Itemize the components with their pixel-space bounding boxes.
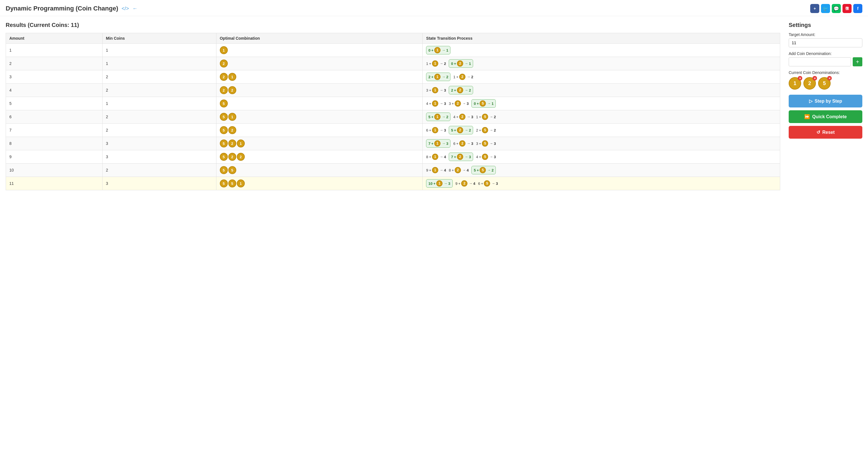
combination-coin: 5 — [220, 179, 228, 188]
combination-coin: 2 — [228, 126, 236, 134]
step-by-step-button[interactable]: ▷ Step by Step — [789, 95, 862, 108]
transition-coin: 2 — [461, 180, 467, 186]
transition-coin: 1 — [434, 114, 440, 120]
add-coin-input[interactable] — [789, 57, 851, 66]
transition-group: 1 + 5 → 2 — [476, 114, 496, 120]
main-layout: Results (Current Coins: 11) Amount Min C… — [0, 16, 868, 196]
content-area: Results (Current Coins: 11) Amount Min C… — [6, 22, 780, 190]
transition-plain: 2 + 5 → 2 — [476, 127, 496, 133]
table-row: 835217 + 1 → 36 + 2 → 33 + 5 → 3 — [6, 137, 780, 150]
transition-plain: 9 + 2 → 4 — [456, 180, 475, 186]
combination-coin: 2 — [228, 153, 236, 161]
cell-combination: 55 — [216, 164, 423, 177]
transition-group: 2 + 5 → 2 — [476, 127, 496, 133]
cell-state: 0 + 1 → 1 — [423, 44, 780, 57]
social-twitter-button[interactable]: 🐦 — [821, 4, 830, 13]
table-row: 42223 + 1 → 32 + 2 → 2 — [6, 84, 780, 97]
cell-state: 9 + 1 → 48 + 2 → 45 + 5 → 2 — [423, 164, 780, 177]
social-facebook-button[interactable]: f — [853, 4, 862, 13]
transition-coin: 5 — [482, 154, 488, 160]
transition-group: 3 + 1 → 3 — [426, 87, 446, 93]
transition-plain: 9 + 1 → 4 — [426, 167, 446, 173]
target-amount-input[interactable] — [789, 38, 862, 47]
code-icon[interactable]: </> — [122, 6, 129, 11]
page-title: Dynamic Programming (Coin Change) — [6, 5, 118, 12]
transition-group: 0 + 2 → 1 — [449, 59, 473, 68]
cell-state: 4 + 1 → 33 + 2 → 30 + 5 → 1 — [423, 97, 780, 110]
cell-state: 3 + 1 → 32 + 2 → 2 — [423, 84, 780, 97]
transition-highlighted: 2 + 1 → 2 — [426, 73, 451, 81]
cell-min-coins: 1 — [102, 57, 216, 70]
combination-coin: 1 — [237, 140, 245, 147]
combination-coin: 2 — [228, 86, 236, 94]
transition-plain: 8 + 1 → 4 — [426, 154, 446, 160]
back-icon[interactable]: ← — [132, 6, 137, 11]
cell-min-coins: 2 — [102, 84, 216, 97]
social-wechat-button[interactable]: 💬 — [832, 4, 841, 13]
social-plus-button[interactable]: + — [810, 4, 819, 13]
cell-amount: 5 — [6, 97, 102, 110]
transition-coin: 2 — [459, 140, 465, 147]
add-coin-button[interactable]: + — [853, 57, 862, 66]
table-row: 11355110 + 1 → 39 + 2 → 46 + 5 → 3 — [6, 177, 780, 190]
reset-button[interactable]: ↺ Reset — [789, 126, 862, 139]
col-optimal: Optimal Combination — [216, 33, 423, 44]
table-row: 62515 + 1 → 24 + 2 → 31 + 5 → 2 — [6, 110, 780, 124]
coin-remove-5[interactable]: ✕ — [827, 76, 832, 81]
table-row: 2121 + 1 → 20 + 2 → 1 — [6, 57, 780, 70]
transition-coin: 1 — [434, 74, 440, 80]
cell-combination: 522 — [216, 150, 423, 164]
combination-coin: 5 — [228, 166, 236, 174]
transition-highlighted: 2 + 2 → 2 — [449, 86, 473, 94]
transition-group: 5 + 5 → 2 — [471, 166, 496, 174]
combination-coin: 2 — [220, 73, 228, 81]
cell-amount: 3 — [6, 70, 102, 84]
cell-state: 8 + 1 → 47 + 2 → 34 + 5 → 3 — [423, 150, 780, 164]
transition-group: 4 + 5 → 3 — [476, 154, 496, 160]
cell-amount: 9 — [6, 150, 102, 164]
quick-complete-button[interactable]: ⏩ Quick Complete — [789, 110, 862, 123]
results-table: Amount Min Coins Optimal Combination Sta… — [6, 33, 780, 190]
transition-group: 1 + 2 → 2 — [453, 74, 473, 80]
cell-min-coins: 2 — [102, 110, 216, 124]
transition-coin: 2 — [457, 87, 463, 93]
transition-group: 8 + 2 → 4 — [449, 167, 469, 173]
transition-coin: 1 — [432, 167, 438, 173]
transition-coin: 1 — [432, 154, 438, 160]
transition-coin: 2 — [457, 60, 463, 67]
combination-coin: 2 — [228, 140, 236, 147]
transition-highlighted: 0 + 2 → 1 — [449, 59, 473, 68]
social-buttons: + 🐦 💬 微 f — [810, 4, 862, 13]
transition-coin: 1 — [432, 60, 438, 67]
coin-remove-2[interactable]: ✕ — [812, 76, 817, 81]
cell-min-coins: 2 — [102, 124, 216, 137]
transition-group: 5 + 1 → 2 — [426, 113, 451, 121]
transition-coin: 1 — [434, 140, 440, 147]
transition-group: 3 + 2 → 3 — [449, 100, 469, 107]
add-coin-label: Add Coin Denomination: — [789, 51, 862, 56]
cell-amount: 10 — [6, 164, 102, 177]
add-coin-row: + — [789, 57, 862, 66]
coin-remove-1[interactable]: ✕ — [798, 76, 802, 81]
cell-amount: 8 — [6, 137, 102, 150]
transition-group: 5 + 2 → 2 — [449, 126, 473, 134]
combination-coin: 5 — [220, 113, 228, 121]
combination-coin: 5 — [228, 179, 236, 188]
reset-icon: ↺ — [816, 129, 820, 135]
combination-coin: 1 — [220, 46, 228, 54]
transition-coin: 1 — [432, 127, 438, 133]
table-row: 5154 + 1 → 33 + 2 → 30 + 5 → 1 — [6, 97, 780, 110]
cell-combination: 551 — [216, 177, 423, 190]
transition-plain: 6 + 5 → 3 — [478, 180, 498, 186]
coin-removable-2: 2✕ — [803, 77, 816, 90]
quick-complete-label: Quick Complete — [812, 114, 847, 119]
transition-highlighted: 5 + 1 → 2 — [426, 113, 451, 121]
transition-highlighted: 10 + 1 → 3 — [426, 179, 453, 188]
transition-coin: 5 — [482, 140, 488, 147]
transition-coin: 1 — [432, 87, 438, 93]
transition-coin: 5 — [482, 127, 488, 133]
social-weibo-button[interactable]: 微 — [842, 4, 851, 13]
transition-group: 6 + 5 → 3 — [478, 180, 498, 186]
transition-coin: 1 — [432, 100, 438, 107]
transition-highlighted: 0 + 5 → 1 — [471, 99, 496, 108]
